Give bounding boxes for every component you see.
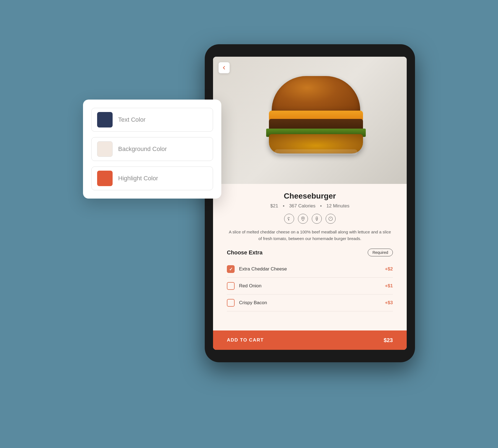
option-name-2: Red Onion <box>239 283 385 289</box>
svg-point-0 <box>302 218 304 219</box>
highlight-color-swatch <box>97 171 113 186</box>
item-time: 12 Minutes <box>326 203 349 209</box>
text-color-option[interactable]: Text Color <box>91 108 213 132</box>
checkmark-1: ✓ <box>229 267 233 272</box>
back-button[interactable] <box>219 62 230 73</box>
dietary-icon-4[interactable] <box>326 214 336 224</box>
dietary-icon-3[interactable] <box>312 214 322 224</box>
dietary-icons-row <box>227 214 393 224</box>
highlight-color-option[interactable]: Highlight Color <box>91 166 213 190</box>
content-area: Cheeseburger $21 • 367 Calories • 12 Min… <box>213 184 407 330</box>
item-description: A slice of melted cheddar cheese on a 10… <box>227 229 393 242</box>
highlight-color-label: Highlight Color <box>118 175 158 182</box>
text-color-label: Text Color <box>118 116 146 123</box>
option-price-2: +$1 <box>385 283 393 289</box>
background-color-swatch <box>97 141 113 157</box>
item-calories: 367 Calories <box>289 203 315 209</box>
option-price-3: +$3 <box>385 300 393 306</box>
tablet-screen: Cheeseburger $21 • 367 Calories • 12 Min… <box>213 57 407 350</box>
dietary-icon-1[interactable] <box>284 214 294 224</box>
burger-image-area <box>213 57 407 184</box>
cart-total: $23 <box>384 337 393 343</box>
option-row-3[interactable]: Crispy Bacon +$3 <box>227 295 393 311</box>
checkbox-3[interactable] <box>227 299 235 307</box>
required-badge: Required <box>368 249 393 256</box>
scene: Text Color Background Color Highlight Co… <box>83 30 415 418</box>
item-title: Cheeseburger <box>227 192 393 200</box>
dot-separator-2: • <box>320 203 322 209</box>
tablet-device: Cheeseburger $21 • 367 Calories • 12 Min… <box>205 44 415 362</box>
checkbox-1[interactable]: ✓ <box>227 265 235 273</box>
dot-separator-1: • <box>283 203 284 209</box>
text-color-swatch <box>97 112 113 127</box>
option-row-1[interactable]: ✓ Extra Cheddar Cheese +$2 <box>227 261 393 278</box>
burger-bun-top <box>272 76 360 115</box>
item-price: $21 <box>270 203 278 209</box>
choose-extra-section: Choose Extra Required ✓ Extra Cheddar Ch… <box>227 249 393 311</box>
add-to-cart-bar[interactable]: ADD TO CART $23 <box>213 330 407 350</box>
add-to-cart-label: ADD TO CART <box>227 337 264 343</box>
dietary-icon-2[interactable] <box>298 214 308 224</box>
option-name-3: Crispy Bacon <box>239 300 385 306</box>
background-color-label: Background Color <box>118 145 167 153</box>
background-color-option[interactable]: Background Color <box>91 137 213 161</box>
choose-header: Choose Extra Required <box>227 249 393 256</box>
choose-title: Choose Extra <box>227 249 263 256</box>
color-picker-panel: Text Color Background Color Highlight Co… <box>83 100 221 199</box>
option-price-1: +$2 <box>385 266 393 272</box>
burger-illustration <box>263 73 380 178</box>
burger-sesame <box>274 149 357 155</box>
checkbox-2[interactable] <box>227 282 235 290</box>
item-meta: $21 • 367 Calories • 12 Minutes <box>227 203 393 209</box>
option-name-1: Extra Cheddar Cheese <box>239 266 385 272</box>
option-row-2[interactable]: Red Onion +$1 <box>227 278 393 295</box>
